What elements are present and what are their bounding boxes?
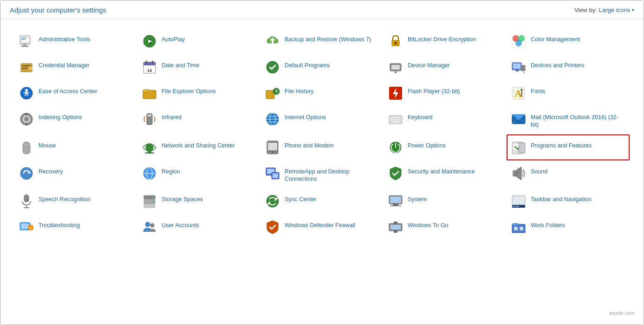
svg-rect-71 <box>145 153 154 153</box>
item-default-programs[interactable]: Default Programs <box>260 54 384 80</box>
item-windows-defender[interactable]: Windows Defender Firewall <box>260 214 384 240</box>
svg-point-98 <box>267 195 279 207</box>
system-icon <box>388 194 403 209</box>
taskbar-icon <box>511 194 526 209</box>
svg-point-15 <box>515 40 522 46</box>
item-mail-outlook[interactable]: Mail (Microsoft Outlook 2016) (32-bit) <box>507 106 630 134</box>
svg-point-28 <box>395 71 397 73</box>
security-icon <box>388 166 403 181</box>
svg-point-69 <box>146 144 153 151</box>
svg-rect-55 <box>390 117 392 118</box>
view-by-control[interactable]: View by: Large icons ▾ <box>574 6 634 13</box>
item-sound[interactable]: Sound <box>507 160 630 189</box>
item-security-maintenance[interactable]: Security and Maintenance <box>384 160 507 189</box>
item-label-storage-spaces: Storage Spaces <box>162 194 203 203</box>
datetime-icon: 14 <box>142 60 157 75</box>
bitlocker-icon <box>388 34 403 49</box>
svg-rect-23 <box>152 61 153 64</box>
item-autoplay[interactable]: AutoPlay <box>137 28 260 54</box>
item-phone-modem[interactable]: Phone and Modem <box>260 134 384 160</box>
item-power-options[interactable]: Power Options <box>384 134 507 160</box>
easeaccess-icon <box>19 86 34 101</box>
item-region[interactable]: Region <box>137 160 260 189</box>
item-taskbar-navigation[interactable]: Taskbar and Navigation <box>507 188 630 214</box>
svg-rect-58 <box>398 117 400 118</box>
item-work-folders[interactable]: Work Folders <box>507 214 630 240</box>
svg-rect-101 <box>393 204 398 205</box>
item-system[interactable]: System <box>384 188 507 214</box>
item-label-recovery: Recovery <box>39 166 63 175</box>
item-infrared[interactable]: Infrared <box>137 106 260 134</box>
speech-icon <box>19 194 34 209</box>
item-label-keyboard: Keyboard <box>408 112 433 121</box>
item-label-bitlocker: BitLocker Drive Encryption <box>408 34 476 43</box>
item-programs-features[interactable]: Programs and Features <box>507 134 630 160</box>
item-internet-options[interactable]: Internet Options <box>260 106 384 134</box>
item-label-internet-options: Internet Options <box>285 112 326 121</box>
svg-rect-119 <box>520 227 523 230</box>
svg-rect-22 <box>146 61 147 64</box>
phone-icon <box>265 140 280 155</box>
item-device-manager[interactable]: Device Manager <box>384 54 507 80</box>
item-label-windows-to-go: Windows To Go <box>408 220 448 229</box>
item-storage-spaces[interactable]: Storage Spaces <box>137 188 260 214</box>
item-recovery[interactable]: Recovery <box>14 160 137 189</box>
svg-text:14: 14 <box>147 68 152 73</box>
svg-rect-73 <box>268 143 277 150</box>
item-windows-to-go[interactable]: Windows To Go <box>384 214 507 240</box>
header: Adjust your computer's settings View by:… <box>0 0 644 19</box>
item-fonts[interactable]: AFonts <box>507 80 630 106</box>
item-file-explorer[interactable]: File Explorer Options <box>137 80 260 106</box>
item-label-troubleshooting: Troubleshooting <box>39 220 80 229</box>
network-icon <box>142 140 157 155</box>
item-label-indexing-options: Indexing Options <box>39 112 82 121</box>
devicemgr-icon <box>388 60 403 75</box>
svg-point-19 <box>28 66 32 70</box>
svg-rect-32 <box>521 65 525 71</box>
item-sync-center[interactable]: Sync Center <box>260 188 384 214</box>
svg-point-105 <box>513 205 515 207</box>
svg-rect-78 <box>519 143 525 153</box>
item-label-date-time: Date and Time <box>162 60 199 69</box>
recovery-icon <box>19 166 34 181</box>
item-ease-of-access[interactable]: Ease of Access Center <box>14 80 137 106</box>
item-flash-player[interactable]: Flash Player (32-bit) <box>384 80 507 106</box>
item-keyboard[interactable]: Keyboard <box>384 106 507 134</box>
item-user-accounts[interactable]: User Accounts <box>137 214 260 240</box>
svg-rect-59 <box>390 119 393 121</box>
defender-icon <box>265 220 280 235</box>
item-troubleshooting[interactable]: !Troubleshooting <box>14 214 137 240</box>
item-remoteapp[interactable]: RemoteApp and Desktop Connections <box>260 160 384 189</box>
item-label-work-folders: Work Folders <box>531 220 565 229</box>
item-label-remoteapp: RemoteApp and Desktop Connections <box>285 166 379 183</box>
internet-icon <box>265 112 280 127</box>
item-network-sharing[interactable]: Network and Sharing Center <box>137 134 260 160</box>
devices-icon <box>511 60 526 75</box>
item-color-management[interactable]: Color Management <box>507 28 630 54</box>
mouse-icon <box>19 140 34 155</box>
item-credential-manager[interactable]: Credential Manager <box>14 54 137 80</box>
autoplay-icon <box>142 34 157 49</box>
windowstogo-icon <box>388 220 403 235</box>
item-backup-restore[interactable]: Backup and Restore (Windows 7) <box>260 28 384 54</box>
viewby-value[interactable]: Large icons <box>599 6 630 13</box>
item-devices-printers[interactable]: Devices and Printers <box>507 54 630 80</box>
item-mouse[interactable]: Mouse <box>14 134 137 160</box>
item-date-time[interactable]: 14Date and Time <box>137 54 260 80</box>
items-grid: Administrative ToolsAutoPlayBackup and R… <box>14 28 630 240</box>
mail-icon <box>511 112 526 127</box>
item-administrative-tools[interactable]: Administrative Tools <box>14 28 137 54</box>
svg-rect-48 <box>148 115 151 116</box>
workfolders-icon <box>511 220 526 235</box>
item-speech-recognition[interactable]: Speech Recognition <box>14 188 137 214</box>
item-file-history[interactable]: File History <box>260 80 384 106</box>
item-bitlocker[interactable]: BitLocker Drive Encryption <box>384 28 507 54</box>
item-label-user-accounts: User Accounts <box>162 220 199 229</box>
svg-rect-60 <box>394 119 397 121</box>
chevron-down-icon[interactable]: ▾ <box>632 7 634 13</box>
svg-point-112 <box>150 223 154 227</box>
item-label-device-manager: Device Manager <box>408 60 450 69</box>
svg-rect-21 <box>143 62 156 65</box>
item-indexing-options[interactable]: Indexing Options <box>14 106 137 134</box>
svg-rect-18 <box>22 68 28 69</box>
